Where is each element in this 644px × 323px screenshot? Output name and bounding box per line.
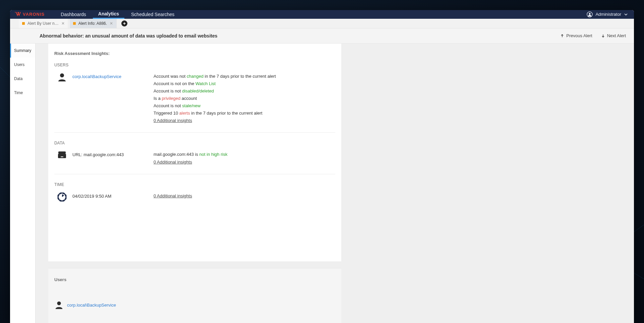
data-url: URL: mail.google.com:443 xyxy=(70,150,154,157)
section-label-time: TIME xyxy=(54,182,337,187)
svg-point-16 xyxy=(57,302,61,305)
user-principal: corp.local\BackupService xyxy=(70,72,154,79)
users-detail-heading: Users xyxy=(54,277,337,282)
next-alert-label: Next Alert xyxy=(607,33,626,38)
tab-label: Alert By User n… xyxy=(27,21,59,26)
main-column: Risk Assessment Insights: USERS corp.loc… xyxy=(36,44,634,323)
side-item-summary[interactable]: Summary xyxy=(10,44,35,58)
content-zone: Summary Users Data Time Risk Assessment … xyxy=(10,44,634,323)
additional-insights-link[interactable]: 0 Additional insights xyxy=(154,118,192,123)
top-nav: VARONIS Dashboards Analytics Scheduled S… xyxy=(10,10,634,19)
user-circle-icon xyxy=(587,11,593,17)
time-insights: 0 Additional insights xyxy=(154,192,192,200)
previous-alert-label: Prevous Alert xyxy=(566,33,592,38)
time-value: 04/02/2019 9:50 AM xyxy=(70,192,154,199)
user-name: Administrator xyxy=(595,12,621,17)
users-summary-row: corp.local\BackupService Account was not… xyxy=(53,70,337,133)
tab-indicator-icon xyxy=(73,22,76,25)
user-insights: Account was not changed in the 7 days pr… xyxy=(154,72,276,125)
data-insights: mail.google.com:443 is not in high risk … xyxy=(154,150,227,166)
users-detail-section: Users corp.local\BackupService xyxy=(48,268,341,323)
tab-alert-by-user[interactable]: Alert By User n… ✕ xyxy=(19,19,68,28)
close-tab-icon[interactable]: ✕ xyxy=(110,21,113,26)
nav-analytics[interactable]: Analytics xyxy=(93,10,124,19)
brand-logo: VARONIS xyxy=(15,12,45,17)
side-nav: Summary Users Data Time xyxy=(10,44,36,323)
page-banner: Abnormal behavior: an unusual amount of … xyxy=(10,28,634,44)
svg-rect-3 xyxy=(58,151,66,154)
user-icon xyxy=(54,72,70,82)
user-principal-link[interactable]: corp.local\BackupService xyxy=(72,74,121,79)
user-icon xyxy=(54,300,64,310)
svg-point-1 xyxy=(589,13,591,14)
clock-icon xyxy=(54,192,70,202)
arrow-up-icon xyxy=(560,34,564,38)
risk-insights-card: Risk Assessment Insights: USERS corp.loc… xyxy=(48,44,341,261)
side-item-data[interactable]: Data xyxy=(10,72,35,86)
section-label-users: USERS xyxy=(54,63,337,67)
additional-insights-link[interactable]: 0 Additional insights xyxy=(154,193,192,198)
file-box-icon xyxy=(54,150,70,159)
brand-mark-icon xyxy=(15,12,21,17)
nav-scheduled[interactable]: Scheduled Searches xyxy=(126,10,180,19)
chevron-down-icon xyxy=(624,12,628,16)
svg-rect-5 xyxy=(61,156,63,157)
next-alert-button[interactable]: Next Alert xyxy=(601,33,626,38)
close-tab-icon[interactable]: ✕ xyxy=(61,21,65,26)
app-window: VARONIS Dashboards Analytics Scheduled S… xyxy=(10,10,634,323)
data-summary-row: URL: mail.google.com:443 mail.google.com… xyxy=(53,148,337,174)
side-item-time[interactable]: Time xyxy=(10,86,35,100)
additional-insights-link[interactable]: 0 Additional insights xyxy=(154,159,192,165)
arrow-down-icon xyxy=(601,34,605,38)
tab-indicator-icon xyxy=(22,22,25,25)
section-label-data: DATA xyxy=(54,141,337,145)
side-item-users[interactable]: Users xyxy=(10,58,35,72)
previous-alert-button[interactable]: Prevous Alert xyxy=(560,33,592,38)
add-tab-button[interactable]: + xyxy=(121,20,127,26)
right-gutter xyxy=(341,44,634,323)
svg-point-2 xyxy=(60,73,64,77)
user-principal-link[interactable]: corp.local\BackupService xyxy=(67,303,116,308)
svg-rect-4 xyxy=(58,154,66,158)
tab-alert-info[interactable]: Alert Info: A886. ✕ xyxy=(70,19,117,28)
brand-name: VARONIS xyxy=(23,12,45,17)
tab-label: Alert Info: A886. xyxy=(78,21,107,26)
time-summary-row: 04/02/2019 9:50 AM 0 Additional insights xyxy=(53,190,337,210)
tab-strip: Alert By User n… ✕ Alert Info: A886. ✕ + xyxy=(10,19,634,28)
page-title: Abnormal behavior: an unusual amount of … xyxy=(40,33,218,39)
user-menu[interactable]: Administrator xyxy=(587,11,628,17)
nav-dashboards[interactable]: Dashboards xyxy=(55,10,92,19)
users-detail-row: corp.local\BackupService xyxy=(53,289,337,310)
card-heading: Risk Assessment Insights: xyxy=(54,51,337,56)
